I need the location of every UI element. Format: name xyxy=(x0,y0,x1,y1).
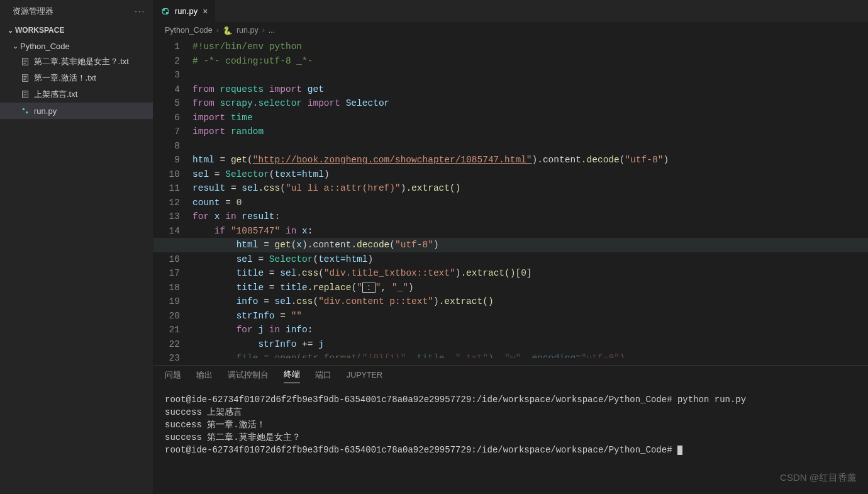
editor-tabs: run.py × xyxy=(153,0,868,22)
chevron-right-icon: › xyxy=(216,26,219,35)
breadcrumb-item[interactable]: ... xyxy=(269,26,275,35)
code-content[interactable]: #!usr/bin/env python# -*- coding:utf-8 _… xyxy=(191,38,868,365)
breadcrumb-item[interactable]: run.py xyxy=(236,26,259,35)
workspace-section[interactable]: ⌄ WORKSPACE xyxy=(0,22,153,38)
explorer-title-row: 资源管理器 ··· xyxy=(0,0,153,22)
code-editor[interactable]: 1234567891011121314151617181920212223 #!… xyxy=(153,38,868,365)
tab-ports[interactable]: 端口 xyxy=(315,370,331,383)
tab-run-py[interactable]: run.py × xyxy=(153,0,216,22)
svg-point-13 xyxy=(26,111,28,114)
python-file-icon: 🐍 xyxy=(223,26,233,35)
panel-tabs: 问题 输出 调试控制台 终端 端口 JUPYTER xyxy=(153,366,868,387)
tab-debug-console[interactable]: 调试控制台 xyxy=(228,370,269,383)
text-file-icon xyxy=(20,90,30,99)
svg-point-12 xyxy=(23,108,25,111)
more-actions-icon[interactable]: ··· xyxy=(135,6,145,16)
workspace-label: WORKSPACE xyxy=(15,26,64,35)
explorer-title: 资源管理器 xyxy=(13,6,53,17)
line-number-gutter: 1234567891011121314151617181920212223 xyxy=(153,38,191,365)
explorer-sidebar: 资源管理器 ··· ⌄ WORKSPACE ⌄ Python_Code 第二章.… xyxy=(0,0,153,494)
python-file-icon xyxy=(20,106,30,115)
folder-label: Python_Code xyxy=(20,42,70,51)
file-item[interactable]: run.py xyxy=(0,103,153,119)
file-label: 第二章.莫非她是女主？.txt xyxy=(34,56,129,67)
breadcrumb-item[interactable]: Python_Code xyxy=(165,26,213,35)
python-file-icon xyxy=(161,7,170,16)
watermark: CSDN @红目香薰 xyxy=(780,472,857,484)
file-label: 第一章.激活！.txt xyxy=(34,72,96,84)
tab-problems[interactable]: 问题 xyxy=(165,370,181,383)
close-icon[interactable]: × xyxy=(203,6,208,16)
breadcrumb[interactable]: Python_Code › 🐍 run.py › ... xyxy=(153,22,868,38)
tab-jupyter[interactable]: JUPYTER xyxy=(347,371,382,382)
tab-label: run.py xyxy=(175,6,198,16)
file-item[interactable]: 上架感言.txt xyxy=(0,86,153,103)
chevron-right-icon: › xyxy=(262,26,265,35)
terminal-output[interactable]: root@ide-62734f01072d6f2fb9e3f9db-635400… xyxy=(153,387,868,494)
file-item[interactable]: 第二章.莫非她是女主？.txt xyxy=(0,53,153,70)
tab-output[interactable]: 输出 xyxy=(196,370,213,383)
chevron-down-icon: ⌄ xyxy=(5,26,15,35)
text-file-icon xyxy=(20,74,30,82)
bottom-panel: 问题 输出 调试控制台 终端 端口 JUPYTER root@ide-62734… xyxy=(153,365,868,494)
file-label: 上架感言.txt xyxy=(34,89,77,100)
main-area: run.py × Python_Code › 🐍 run.py › ... 12… xyxy=(153,0,868,494)
chevron-down-icon: ⌄ xyxy=(10,42,20,50)
tab-terminal[interactable]: 终端 xyxy=(284,369,300,383)
folder-python-code[interactable]: ⌄ Python_Code xyxy=(0,38,153,53)
file-item[interactable]: 第一章.激活！.txt xyxy=(0,70,153,86)
file-label: run.py xyxy=(34,106,57,116)
text-file-icon xyxy=(20,57,30,66)
